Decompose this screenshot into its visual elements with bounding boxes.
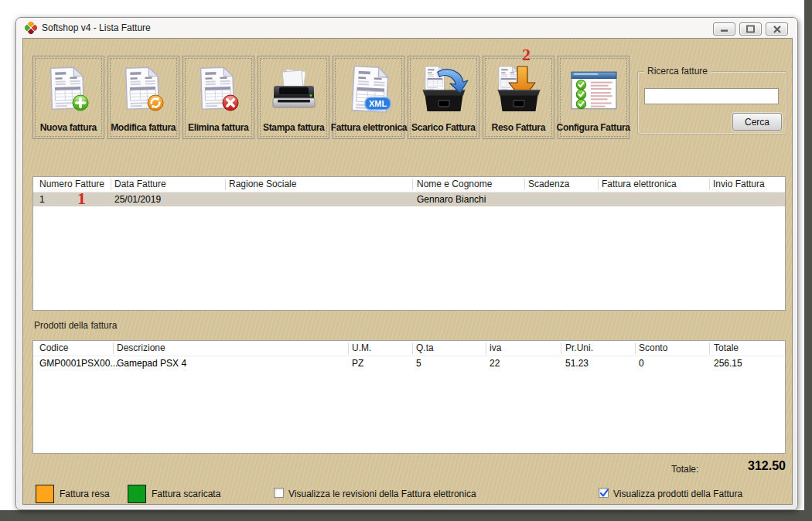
column-header-qta[interactable]: Q.ta (416, 341, 434, 356)
cell-codice: GMP0001PSX00... (39, 356, 118, 370)
minimize-button[interactable] (713, 22, 735, 36)
column-header-descrizione[interactable]: Descrizione (117, 341, 165, 356)
modifica-fattura-button[interactable]: Modifica fattura (107, 56, 179, 139)
ricerca-fatture-group: Ricerca fatture Cerca (637, 71, 787, 135)
toolbar-button-label: Configura Fattura (557, 121, 630, 136)
toolbar-button-label: Elimina fattura (188, 121, 248, 136)
window-title: Softshop v4 - Lista Fatture (42, 22, 151, 33)
invoice-edit-icon (111, 59, 176, 121)
cell-um: PZ (352, 356, 363, 370)
window-controls (713, 22, 788, 36)
fattura-resa-swatch (36, 485, 54, 503)
cell-sconto: 0 (639, 356, 644, 370)
totale-label: Totale: (671, 464, 698, 475)
fattura-elettronica-button[interactable]: XML Fattura elettronica (333, 56, 404, 139)
title-bar: Softshop v4 - Lista Fatture (16, 18, 797, 38)
products-table-header: Codice Descrizione U.M. Q.ta iva Pr.Uni.… (33, 341, 785, 356)
screenshot-right-edge (804, 0, 812, 521)
cell-totale: 256.15 (714, 356, 742, 370)
step-annotation-2: 2 (522, 46, 531, 63)
toolbar-button-label: Nuova fattura (40, 121, 97, 136)
fattura-scaricata-label: Fattura scaricata (152, 489, 220, 499)
fattura-resa-label: Fattura resa (60, 489, 110, 499)
column-header-invio-fattura[interactable]: Invio Fattura (713, 177, 765, 192)
cell-nome-cognome: Gennaro Bianchi (417, 192, 486, 206)
app-logo-icon (25, 22, 37, 34)
maximize-icon (745, 25, 756, 33)
search-input[interactable] (644, 88, 779, 104)
revisioni-checkbox[interactable] (274, 488, 284, 498)
cell-descrizione: Gamepad PSX 4 (117, 356, 186, 370)
totale-value: 312.50 (748, 459, 786, 473)
products-table: Codice Descrizione U.M. Q.ta iva Pr.Uni.… (32, 340, 786, 454)
revisioni-checkbox-label: Visualizza le revisioni della Fattura el… (288, 489, 476, 499)
ricerca-fatture-label: Ricerca fatture (644, 66, 711, 77)
app-window: Softshop v4 - Lista Fatture Nuova fattur… (15, 17, 798, 510)
screenshot-bottom-edge (0, 510, 812, 521)
fattura-scaricata-swatch (128, 485, 146, 503)
step-annotation-1: 1 (77, 190, 86, 207)
toolbar-button-label: Scarico Fattura (411, 121, 475, 136)
prodotti-section-label: Prodotti della fattura (34, 320, 117, 331)
invoice-xml-icon: XML (336, 59, 401, 121)
prodotti-checkbox[interactable] (599, 488, 609, 498)
column-header-codice[interactable]: Codice (39, 341, 68, 356)
cell-data: 25/01/2019 (114, 192, 161, 206)
checkmark-icon (599, 487, 610, 499)
column-header-fattura-elettronica[interactable]: Fattura elettronica (602, 177, 677, 192)
prodotti-checkbox-label: Visualizza prodotti della Fattura (613, 489, 742, 499)
product-row[interactable]: GMP0001PSX00... Gamepad PSX 4 PZ 5 22 51… (33, 356, 785, 370)
scarico-fattura-button[interactable]: Scarico Fattura (408, 56, 479, 139)
column-header-sconto[interactable]: Sconto (639, 341, 667, 356)
cerca-button[interactable]: Cerca (732, 113, 782, 131)
toolbar-button-label: Fattura elettronica (330, 121, 406, 136)
column-header-numero-fatture[interactable]: Numero Fatture (39, 177, 104, 192)
column-header-um[interactable]: U.M. (352, 341, 371, 356)
column-header-data-fatture[interactable]: Data Fatture (114, 177, 166, 192)
configura-fattura-button[interactable]: Configura Fattura (558, 56, 629, 139)
invoices-table-header: Numero Fatture Data Fatture Ragione Soci… (33, 177, 785, 192)
configure-invoice-icon (561, 59, 626, 121)
unload-invoice-icon (411, 59, 476, 121)
invoices-table: Numero Fatture Data Fatture Ragione Soci… (32, 176, 786, 311)
return-invoice-icon (486, 59, 551, 121)
elimina-fattura-button[interactable]: Elimina fattura (183, 56, 254, 139)
toolbar-button-label: Modifica fattura (111, 121, 176, 136)
column-header-nome-cognome[interactable]: Nome e Cognome (417, 177, 492, 192)
column-header-pruni[interactable]: Pr.Uni. (565, 341, 593, 356)
nuova-fattura-button[interactable]: Nuova fattura (32, 56, 104, 139)
svg-text:XML: XML (368, 99, 387, 108)
column-header-ragione-sociale[interactable]: Ragione Sociale (229, 177, 296, 192)
cell-numero: 1 (39, 192, 45, 206)
stampa-fattura-button[interactable]: Stampa fattura (258, 56, 329, 139)
column-header-totale[interactable]: Totale (714, 341, 739, 356)
column-header-iva[interactable]: iva (490, 341, 501, 356)
close-button[interactable] (766, 22, 788, 36)
invoice-add-icon (36, 59, 101, 121)
cell-pruni: 51.23 (565, 356, 589, 370)
close-icon (773, 26, 782, 33)
cell-qta: 5 (416, 356, 421, 370)
toolbar-button-label: Reso Fattura (492, 121, 545, 136)
invoice-delete-icon (186, 59, 251, 121)
cell-iva: 22 (490, 356, 500, 370)
invoice-row[interactable]: 1 25/01/2019 Gennaro Bianchi (33, 192, 785, 206)
maximize-button[interactable] (739, 22, 762, 36)
toolbar-button-label: Stampa fattura (263, 121, 324, 136)
column-header-scadenza[interactable]: Scadenza (528, 177, 569, 192)
client-area: Nuova fattura Modifica fattura (22, 38, 793, 505)
reso-fattura-button[interactable]: Reso Fattura (483, 56, 554, 139)
minimize-icon (719, 26, 729, 32)
printer-icon (261, 59, 326, 121)
